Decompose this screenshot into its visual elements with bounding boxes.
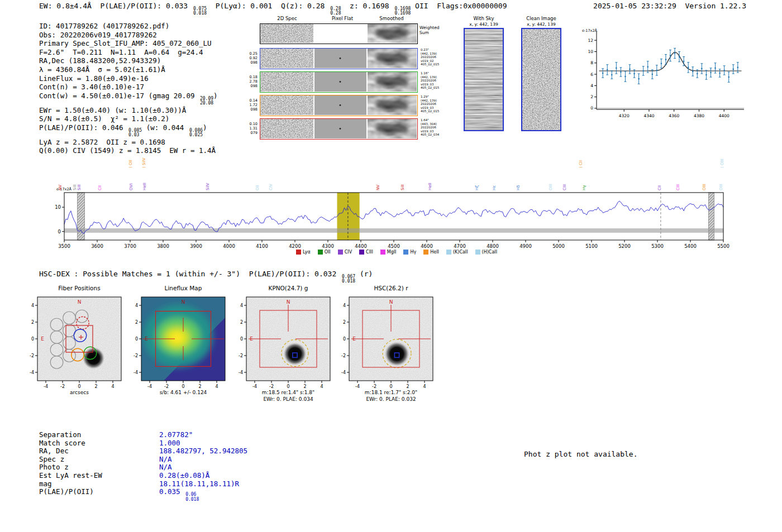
match-table-label: Separation: [39, 430, 159, 439]
header-timestamp-version: 2025-01-05 23:32:29 Version 1.22.3: [593, 2, 746, 10]
info-line: Cont(w) = 4.50(±0.01)e-17 (gmag 20.09 20…: [39, 92, 263, 106]
data-point: [656, 70, 658, 71]
x-tick-label: 4340: [643, 113, 654, 118]
y-tick-label: 0: [590, 106, 593, 111]
data-point: [670, 55, 671, 56]
info-line: λ = 4360.84Å σ = 5.02(±1.61)Å: [39, 65, 263, 74]
g-graphic: [144, 305, 213, 367]
y-tick-label: -4: [239, 370, 243, 375]
y-tick-label: 2: [240, 320, 243, 325]
spec2d-col-header: 2D Spec: [265, 16, 309, 21]
x-tick-label: 5100: [585, 243, 598, 249]
compass-east: E: [250, 336, 253, 342]
x-tick-label: -4: [147, 384, 152, 389]
line-marker-label: SiIV: [206, 183, 210, 190]
rect-graphic: [522, 29, 560, 130]
fiber-weight-labels: 0.250.92098: [243, 51, 258, 65]
info-line: F=2.6" T=0.211 N=1.11 A=0.64 g=24.4: [39, 48, 263, 57]
info-line: Primary Spec_Slot_IFU_AMP: 405_072_060_L…: [39, 39, 263, 48]
match-table-value: N/A: [159, 455, 172, 463]
error-spectrum-band: [64, 228, 723, 233]
data-point: [679, 56, 680, 57]
legend-swatch: [475, 250, 480, 255]
y-tick-label: 4: [135, 303, 138, 308]
x-tick-label: 4400: [355, 243, 367, 249]
x-tick-label: 2: [94, 384, 97, 389]
data-point: [728, 76, 729, 78]
full-spectrum-svg: 3500360037003800390040004100420043004400…: [53, 147, 737, 261]
data-point: [633, 73, 635, 75]
x-tick-label: 2: [303, 384, 306, 389]
x-tick-label: 5400: [684, 243, 697, 249]
x-tick-label: 0: [287, 384, 289, 389]
x-tick-label: -4: [252, 384, 257, 389]
info-line: RA,Dec (188.483200,52.943329): [39, 56, 263, 65]
legend-label: Hγ: [410, 250, 416, 255]
data-point: [714, 68, 716, 69]
with-sky-image: [464, 28, 504, 131]
sup-sub-value: 0.0850.03: [128, 128, 142, 138]
legend-item: OII: [318, 250, 331, 255]
weighted-sum-label: WeightedSum: [419, 26, 440, 35]
y-tick-label: 8: [590, 60, 593, 65]
clean-image-image: [521, 28, 561, 131]
x-tick-label: 5000: [552, 243, 565, 249]
match-table-label: Spec z: [39, 455, 159, 463]
pixel-flat-dot: [340, 57, 341, 59]
match-table-row: Spec zN/A: [39, 455, 385, 463]
fiber-weight-labels: 0.182.78098: [243, 75, 258, 88]
compass-north: N: [287, 299, 290, 305]
legend-label: (H)CaII: [482, 250, 497, 255]
match-table-label: Match score: [39, 439, 159, 447]
x-tick-label: 4700: [454, 243, 466, 249]
cutout-image-3: NE-4-4-2-2002244: [323, 293, 459, 389]
spec2d-strip-image: [260, 95, 417, 115]
legend-swatch: [423, 250, 428, 255]
x-tick-label: 2: [198, 384, 201, 389]
x-tick-label: 4800: [487, 243, 499, 249]
info-line: Obs: 20220206v019_4017789262: [39, 31, 263, 40]
clean-image-image-pixels: [522, 29, 560, 130]
spec2d-strip: [260, 118, 418, 140]
x-tick-label: 5300: [651, 243, 664, 249]
y-tick-label: 6: [590, 72, 593, 77]
data-point: [665, 59, 667, 60]
info-line: LyA z = 2.5872 OII z = 0.1698: [39, 138, 263, 147]
y-tick-label: 10: [588, 49, 593, 54]
x-tick-label: 5200: [618, 243, 631, 249]
data-point: [629, 69, 631, 70]
x-tick-label: 4360: [669, 113, 679, 118]
smoothed-signal-blob: [375, 53, 409, 64]
legend-label: CIII: [366, 250, 373, 255]
spec2d-noise-cell: [260, 119, 313, 138]
match-table-label: Photo z: [39, 463, 159, 471]
match-table-row: Match score1.000: [39, 439, 385, 447]
spec2d-panel: 2D SpecPixel FlatSmoothedWeightedSum0.25…: [243, 16, 466, 147]
x-tick-label: 3700: [124, 243, 136, 249]
data-point: [705, 74, 707, 76]
y-tick-label: 2: [343, 320, 346, 325]
match-table-row: Separation2.07782": [39, 430, 385, 439]
sup-sub-value: 0.060.018: [185, 492, 199, 502]
line-marker-label: OIII: [702, 184, 707, 190]
x-tick-label: 2: [406, 384, 409, 389]
x-tick-label: 0: [78, 384, 80, 389]
match-table-label: P(LAE)/P(OII): [39, 487, 159, 496]
info-line: P(LAE)/P(OII): 0.046 0.0850.03 (w: 0.044…: [39, 123, 263, 138]
clean-image-title: Clean Image: [513, 16, 569, 21]
smoothed-signal-blob: [375, 76, 409, 88]
data-point: [710, 72, 712, 74]
header-summary: EW: 0.8±4.4Å P(LAE)/P(OII): 0.033 0.0750…: [39, 2, 507, 16]
spec2d-strip-image: [260, 119, 417, 138]
legend-label: MgII: [387, 250, 397, 255]
sup-sub-value: 0.0860.025: [189, 128, 203, 138]
pixel-flat-dot: [340, 128, 341, 130]
legend-item: HeII: [423, 250, 439, 255]
y-tick-label: -4: [30, 370, 34, 375]
line-marker-label: NV: [58, 185, 63, 190]
x-tick-label: 3800: [157, 243, 169, 249]
legend-item: (K)CaII: [446, 250, 468, 255]
line-marker-label: OII: [255, 185, 260, 190]
data-point: [719, 73, 721, 74]
line-marker-label: OIII: [549, 184, 553, 190]
